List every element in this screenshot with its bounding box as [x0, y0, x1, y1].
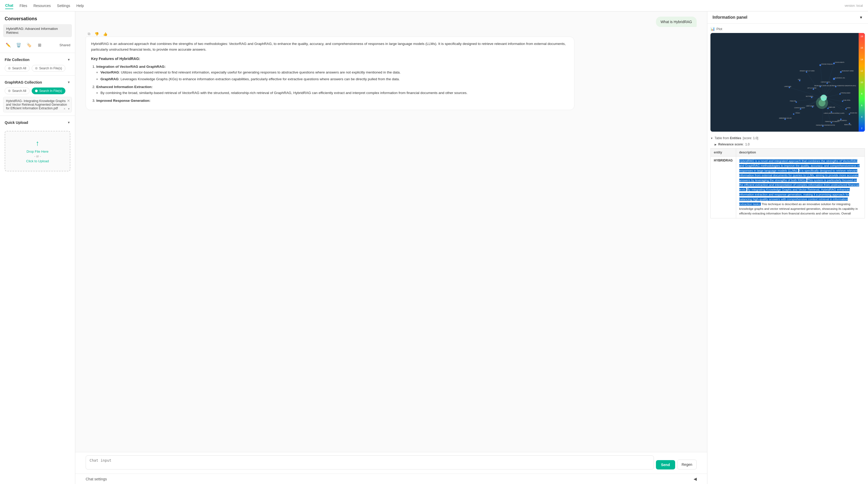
- feature-1-title: Integration of VectorRAG and GraphRAG:: [96, 65, 165, 68]
- svg-rect-0: [710, 50, 865, 115]
- graphrag-collection-chevron: ▼: [67, 81, 70, 84]
- table-entities-label: Table from Entities: [715, 136, 741, 140]
- fc-search-all-label: Search All: [12, 66, 26, 70]
- plot-icon: 📊: [710, 27, 715, 31]
- entities-table: entity description HYBRIDRAG HybridRAG i…: [710, 148, 865, 218]
- quick-upload-header[interactable]: Quick Upload ▼: [0, 118, 75, 126]
- chat-settings-arrow-icon: ◀: [693, 477, 697, 481]
- table-body: HYBRIDRAG HybridRAG is a novel and integ…: [711, 157, 865, 218]
- svg-point-31: [840, 71, 842, 73]
- svg-text:PYPDFDLOADER: PYPDFDLOADER: [840, 92, 850, 94]
- fc-search-all-btn[interactable]: Search All: [5, 65, 30, 72]
- svg-text:NVIDIA: NVIDIA: [846, 107, 850, 109]
- gc-search-all-dot: [8, 90, 11, 92]
- thumbs-down-btn[interactable]: 👎: [93, 31, 100, 37]
- regen-button[interactable]: Regen: [677, 460, 697, 470]
- scale-12: 12: [860, 69, 864, 72]
- col-description: description: [736, 149, 865, 157]
- graphrag-desc: : Leverages Knowledge Graphs (KGs) to en…: [119, 77, 400, 81]
- divider-1: [0, 53, 75, 53]
- fc-search-in-files-btn[interactable]: Search In File(s): [32, 65, 65, 72]
- table-collapse-icon: ▼: [710, 137, 713, 140]
- svg-text:ROHAN RAO: ROHAN RAO: [850, 113, 857, 114]
- quick-upload-title: Quick Upload: [5, 120, 28, 125]
- divider-3: [0, 116, 75, 116]
- table-header-cols: entity description: [711, 149, 865, 157]
- svg-text:BHASKARJIT SARMA: BHASKARJIT SARMA: [842, 70, 854, 72]
- svg-text:OPENAI'S GPT-3.5-TURBO: OPENAI'S GPT-3.5-TURBO: [800, 70, 815, 72]
- feature-1-item-2: GraphRAG: Leverages Knowledge Graphs (KG…: [100, 76, 569, 82]
- svg-text:USEFULNESS: USEFULNESS: [806, 105, 814, 107]
- table-section: ▼ Table from Entities [score: 1.0] ▶ Rel…: [707, 135, 868, 221]
- svg-point-79: [831, 111, 832, 113]
- quick-upload-chevron: ▼: [67, 121, 70, 124]
- file-collection-header[interactable]: File Collection ▼: [0, 55, 75, 63]
- edit-icon[interactable]: ✏️: [5, 41, 12, 49]
- feature-2-items: By combining the broad, similarity-based…: [96, 90, 569, 96]
- svg-point-25: [820, 95, 827, 101]
- nav-files[interactable]: Files: [20, 3, 27, 9]
- gc-search-in-files-btn[interactable]: Search In File(s): [32, 88, 65, 94]
- nav-chat[interactable]: Chat: [5, 2, 13, 9]
- gc-search-in-files-label: Search In File(s): [39, 89, 62, 93]
- graph-container: HYBRIDRAG STEFANO PASQUALI RAGASH MEHTA …: [710, 33, 865, 132]
- info-panel: Information panel ▼ 📊 Plot: [707, 11, 868, 484]
- svg-text:FINANCIAL DOCUMENTS: FINANCIAL DOCUMENTS: [825, 121, 839, 122]
- tag-icon[interactable]: 🏷️: [25, 41, 33, 49]
- svg-text:OPENAI: OPENAI: [795, 113, 800, 114]
- conversations-title: Conversations: [0, 11, 75, 24]
- scale-2: 2: [860, 127, 864, 129]
- nav-help[interactable]: Help: [76, 3, 84, 9]
- response-intro: HybridRAG is an advanced approach that c…: [91, 41, 569, 53]
- gc-search-all-btn[interactable]: Search All: [5, 88, 30, 94]
- conversation-item[interactable]: HybridRAG: Advanced Information Retrievc: [3, 24, 72, 37]
- fc-search-all-dot: [8, 67, 11, 69]
- svg-point-57: [840, 118, 841, 120]
- send-button[interactable]: Send: [656, 460, 675, 470]
- columns-icon[interactable]: ⊞: [36, 41, 43, 49]
- svg-text:RETRIEVAL AUGMENTED GENERATION: RETRIEVAL AUGMENTED GENERATION (RAG): [830, 85, 856, 87]
- user-message: What is HybridRAG: [86, 17, 697, 27]
- svg-text:KNOWLEDGE GRAPH (KG): KNOWLEDGE GRAPH (KG): [814, 85, 830, 87]
- file-collection-chevron: ▼: [67, 58, 70, 62]
- relevance-value: 1.0: [745, 143, 750, 146]
- plot-section: 📊 Plot: [707, 24, 868, 135]
- svg-point-29: [833, 63, 835, 64]
- delete-icon[interactable]: 🗑️: [15, 41, 22, 49]
- upload-icon: ↑: [10, 139, 65, 148]
- feature-3-title: Improved Response Generation:: [96, 99, 151, 102]
- scale-10: 10: [860, 81, 864, 84]
- plot-label-text: Plot: [716, 27, 722, 31]
- graphrag-collection-header[interactable]: GraphRAG Collection ▼: [0, 78, 75, 86]
- nav-settings[interactable]: Settings: [57, 3, 70, 9]
- svg-text:GPT-3.5-TURBO: GPT-3.5-TURBO: [808, 88, 816, 89]
- file-chevron-icon[interactable]: ▾: [68, 107, 69, 111]
- table-row: HYBRIDRAG HybridRAG is a novel and integ…: [711, 157, 865, 218]
- file-name: HybridRAG- Integrating Knowledge Graphs …: [6, 99, 67, 110]
- info-panel-chevron-icon[interactable]: ▼: [859, 15, 863, 20]
- feature-3: Improved Response Generation:: [96, 98, 569, 103]
- relevance-row[interactable]: ▶ Relevance score: 1.0: [710, 142, 865, 148]
- relevance-label: Relevance score:: [718, 143, 744, 146]
- plot-label: 📊 Plot: [710, 27, 865, 31]
- chat-input[interactable]: [86, 455, 654, 470]
- user-bubble: What is HybridRAG: [656, 17, 697, 27]
- upload-click-text[interactable]: Click to Upload: [10, 159, 65, 163]
- chat-settings-bar[interactable]: Chat settings ◀: [75, 474, 707, 484]
- file-x-icon[interactable]: ×: [64, 107, 65, 111]
- svg-text:EMMA LIND: EMMA LIND: [829, 107, 835, 108]
- svg-point-71: [793, 114, 794, 115]
- chat-settings-label: Chat settings: [86, 477, 107, 481]
- copy-btn[interactable]: ⧉: [87, 31, 91, 37]
- file-remove-icon[interactable]: ✕: [67, 99, 70, 103]
- graphrag-collection-title: GraphRAG Collection: [5, 80, 42, 84]
- scale-18: 18: [860, 35, 864, 38]
- table-header-row[interactable]: ▼ Table from Entities [score: 1.0]: [710, 135, 865, 142]
- nav-resources[interactable]: Resources: [33, 3, 51, 9]
- thumbs-up-btn[interactable]: 👍: [102, 31, 108, 37]
- assistant-bubble: HybridRAG is an advanced approach that c…: [86, 37, 575, 110]
- svg-text:PINECONE: PINECONE: [790, 100, 796, 102]
- graphrag-term: GraphRAG: [100, 77, 119, 81]
- upload-drop-area[interactable]: ↑ Drop File Here - or - Click to Upload: [5, 131, 70, 171]
- file-collection-toggles: Search All Search In File(s): [0, 63, 75, 73]
